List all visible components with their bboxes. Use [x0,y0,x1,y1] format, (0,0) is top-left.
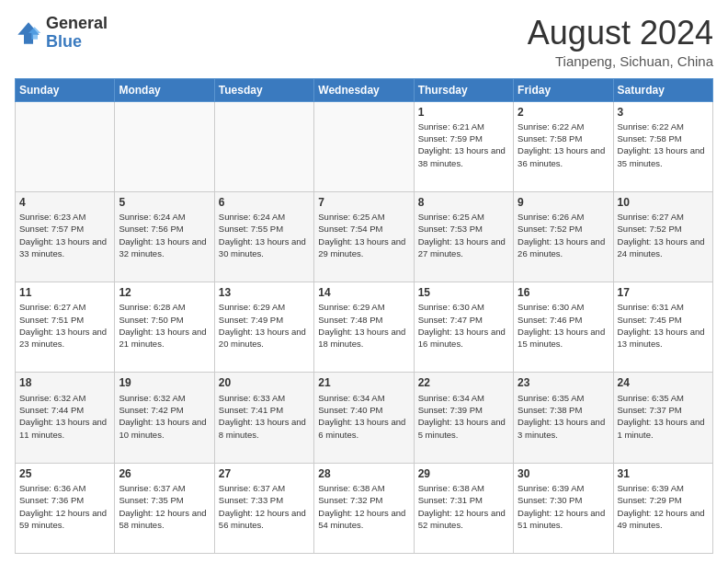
table-row: 27Sunrise: 6:37 AM Sunset: 7:33 PM Dayli… [214,463,313,553]
title-block: August 2024 Tianpeng, Sichuan, China [528,15,713,69]
table-row: 14Sunrise: 6:29 AM Sunset: 7:48 PM Dayli… [314,282,414,373]
day-number: 12 [119,285,210,300]
table-row [16,101,115,191]
day-number: 23 [518,375,609,390]
table-row: 21Sunrise: 6:34 AM Sunset: 7:40 PM Dayli… [314,373,414,463]
table-row: 20Sunrise: 6:33 AM Sunset: 7:41 PM Dayli… [214,373,313,463]
day-info: Sunrise: 6:24 AM Sunset: 7:56 PM Dayligh… [119,211,210,259]
day-info: Sunrise: 6:35 AM Sunset: 7:38 PM Dayligh… [518,392,609,441]
day-info: Sunrise: 6:26 AM Sunset: 7:52 PM Dayligh… [518,211,609,259]
table-row: 12Sunrise: 6:28 AM Sunset: 7:50 PM Dayli… [115,282,214,373]
logo-text: General Blue [46,15,108,52]
day-info: Sunrise: 6:25 AM Sunset: 7:53 PM Dayligh… [418,211,509,259]
calendar-table: Sunday Monday Tuesday Wednesday Thursday… [15,78,713,554]
day-info: Sunrise: 6:34 AM Sunset: 7:40 PM Dayligh… [318,392,409,441]
day-info: Sunrise: 6:35 AM Sunset: 7:37 PM Dayligh… [618,392,709,441]
day-number: 13 [219,285,310,300]
day-info: Sunrise: 6:24 AM Sunset: 7:55 PM Dayligh… [219,211,310,259]
table-row [214,101,313,191]
col-monday: Monday [115,78,214,101]
table-row: 30Sunrise: 6:39 AM Sunset: 7:30 PM Dayli… [514,463,613,553]
day-info: Sunrise: 6:25 AM Sunset: 7:54 PM Dayligh… [318,211,409,259]
day-number: 1 [418,105,509,120]
table-row: 17Sunrise: 6:31 AM Sunset: 7:45 PM Dayli… [613,282,712,373]
day-number: 18 [19,375,110,390]
table-row: 13Sunrise: 6:29 AM Sunset: 7:49 PM Dayli… [214,282,313,373]
day-info: Sunrise: 6:32 AM Sunset: 7:42 PM Dayligh… [119,392,210,441]
day-number: 20 [219,375,310,390]
calendar-week-row: 1Sunrise: 6:21 AM Sunset: 7:59 PM Daylig… [16,101,713,191]
day-info: Sunrise: 6:34 AM Sunset: 7:39 PM Dayligh… [418,392,509,441]
table-row: 18Sunrise: 6:32 AM Sunset: 7:44 PM Dayli… [16,373,115,463]
day-number: 17 [618,285,709,300]
table-row: 5Sunrise: 6:24 AM Sunset: 7:56 PM Daylig… [115,191,214,282]
location: Tianpeng, Sichuan, China [528,53,713,69]
day-number: 14 [318,285,409,300]
table-row: 29Sunrise: 6:38 AM Sunset: 7:31 PM Dayli… [414,463,513,553]
table-row: 19Sunrise: 6:32 AM Sunset: 7:42 PM Dayli… [115,373,214,463]
logo-icon [15,19,42,47]
table-row: 2Sunrise: 6:22 AM Sunset: 7:58 PM Daylig… [514,101,613,191]
col-wednesday: Wednesday [314,78,414,101]
day-number: 11 [19,285,110,300]
col-thursday: Thursday [414,78,513,101]
table-row: 26Sunrise: 6:37 AM Sunset: 7:35 PM Dayli… [115,463,214,553]
table-row [314,101,414,191]
calendar-week-row: 18Sunrise: 6:32 AM Sunset: 7:44 PM Dayli… [16,373,713,463]
day-info: Sunrise: 6:33 AM Sunset: 7:41 PM Dayligh… [219,392,310,441]
calendar-header-row: Sunday Monday Tuesday Wednesday Thursday… [16,78,713,101]
day-info: Sunrise: 6:23 AM Sunset: 7:57 PM Dayligh… [19,211,110,259]
day-number: 28 [318,466,409,481]
logo-blue-text: Blue [46,32,82,51]
day-number: 7 [318,195,409,210]
day-number: 24 [618,375,709,390]
table-row: 10Sunrise: 6:27 AM Sunset: 7:52 PM Dayli… [613,191,712,282]
day-info: Sunrise: 6:22 AM Sunset: 7:58 PM Dayligh… [518,121,609,169]
day-info: Sunrise: 6:38 AM Sunset: 7:31 PM Dayligh… [418,482,509,531]
day-number: 30 [518,466,609,481]
table-row [115,101,214,191]
day-number: 3 [618,105,709,120]
table-row: 1Sunrise: 6:21 AM Sunset: 7:59 PM Daylig… [414,101,513,191]
day-number: 6 [219,195,310,210]
day-number: 10 [618,195,709,210]
logo: General Blue [15,15,108,52]
table-row: 31Sunrise: 6:39 AM Sunset: 7:29 PM Dayli… [613,463,712,553]
day-number: 27 [219,466,310,481]
table-row: 7Sunrise: 6:25 AM Sunset: 7:54 PM Daylig… [314,191,414,282]
col-tuesday: Tuesday [214,78,313,101]
day-info: Sunrise: 6:37 AM Sunset: 7:35 PM Dayligh… [119,482,210,531]
day-info: Sunrise: 6:39 AM Sunset: 7:30 PM Dayligh… [518,482,609,531]
day-info: Sunrise: 6:30 AM Sunset: 7:47 PM Dayligh… [418,301,509,350]
table-row: 25Sunrise: 6:36 AM Sunset: 7:36 PM Dayli… [16,463,115,553]
calendar-week-row: 11Sunrise: 6:27 AM Sunset: 7:51 PM Dayli… [16,282,713,373]
month-title: August 2024 [528,15,713,52]
table-row: 8Sunrise: 6:25 AM Sunset: 7:53 PM Daylig… [414,191,513,282]
day-number: 22 [418,375,509,390]
calendar-week-row: 25Sunrise: 6:36 AM Sunset: 7:36 PM Dayli… [16,463,713,553]
table-row: 3Sunrise: 6:22 AM Sunset: 7:58 PM Daylig… [613,101,712,191]
table-row: 6Sunrise: 6:24 AM Sunset: 7:55 PM Daylig… [214,191,313,282]
col-saturday: Saturday [613,78,712,101]
day-number: 26 [119,466,210,481]
day-number: 8 [418,195,509,210]
day-info: Sunrise: 6:31 AM Sunset: 7:45 PM Dayligh… [618,301,709,350]
day-info: Sunrise: 6:28 AM Sunset: 7:50 PM Dayligh… [119,301,210,350]
table-row: 11Sunrise: 6:27 AM Sunset: 7:51 PM Dayli… [16,282,115,373]
day-number: 5 [119,195,210,210]
col-sunday: Sunday [16,78,115,101]
calendar-week-row: 4Sunrise: 6:23 AM Sunset: 7:57 PM Daylig… [16,191,713,282]
day-number: 25 [19,466,110,481]
table-row: 9Sunrise: 6:26 AM Sunset: 7:52 PM Daylig… [514,191,613,282]
day-number: 29 [418,466,509,481]
col-friday: Friday [514,78,613,101]
day-info: Sunrise: 6:38 AM Sunset: 7:32 PM Dayligh… [318,482,409,531]
table-row: 22Sunrise: 6:34 AM Sunset: 7:39 PM Dayli… [414,373,513,463]
table-row: 24Sunrise: 6:35 AM Sunset: 7:37 PM Dayli… [613,373,712,463]
day-number: 21 [318,375,409,390]
day-info: Sunrise: 6:21 AM Sunset: 7:59 PM Dayligh… [418,121,509,169]
table-row: 15Sunrise: 6:30 AM Sunset: 7:47 PM Dayli… [414,282,513,373]
day-number: 16 [518,285,609,300]
day-info: Sunrise: 6:37 AM Sunset: 7:33 PM Dayligh… [219,482,310,531]
day-number: 19 [119,375,210,390]
